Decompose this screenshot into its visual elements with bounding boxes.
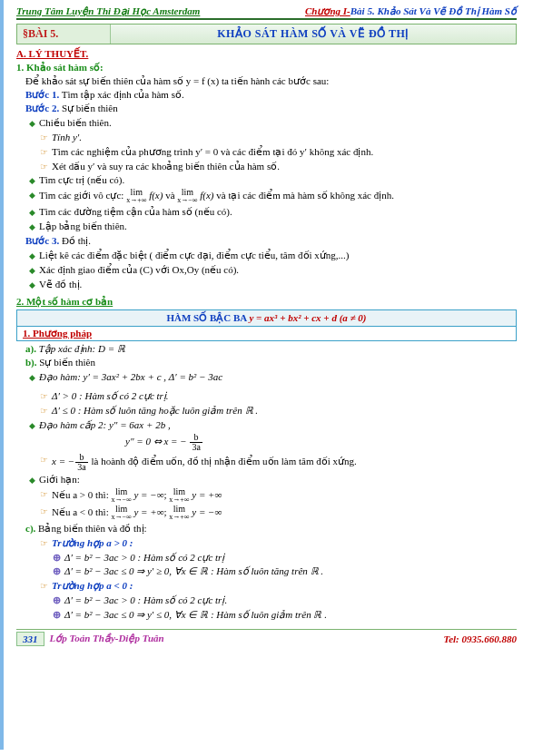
footer-mid: Lớp Toán Thầy-Diệp Tuân <box>50 633 444 644</box>
bullet-derivative2: ◆Đạo hàm cấp 2: y″ = 6ax + 2b , <box>29 418 517 432</box>
second-deriv-eq: y″ = 0 ⇔ x = − b3a <box>125 433 517 452</box>
header-left: Trung Tâm Luyện Thi Đại Học Amsterdam <box>16 5 200 17</box>
lesson-tag: §BÀI 5. <box>17 25 111 44</box>
case-a-neg: ☞Trường hợp a < 0 : <box>40 579 517 593</box>
header-right: Chương I-Bài 5. Khảo Sát Và Vẽ Đồ Thị Hà… <box>305 5 517 17</box>
step-2: Bước 2. Sự biến thiên <box>25 103 517 114</box>
case-line: ⊕Δ′ = b² − 3ac > 0 : Hàm số có 2 cực trị <box>53 551 517 565</box>
case-line: ⊕Δ′ = b² − 3ac > 0 : Hàm số có 2 cực trị… <box>53 594 517 607</box>
bullet: ◆Lập bảng biến thiên. <box>29 220 517 233</box>
sub-bullet: ☞Δ′ > 0 : Hàm số có 2 cực trị. <box>40 389 517 403</box>
bullet: ◆Vẽ đồ thị. <box>29 278 517 291</box>
item-c: c). Bảng biến thiên và đồ thị: <box>25 523 517 535</box>
cubic-heading-box: HÀM SỐ BẬC BA y = ax³ + bx² + cx + d (a … <box>16 309 517 327</box>
item-a: a). Tập xác định: D = ℝ <box>25 343 517 355</box>
bullet-limits: ◆ Tìm các giới vô cực: limx→+∞ f(x) và l… <box>29 188 517 204</box>
bullet: ◆Liệt kê các điểm đặc biệt ( điểm cực đạ… <box>29 249 517 262</box>
intro-text: Để khảo sát sự biến thiên của hàm số y =… <box>25 75 517 87</box>
section-1-title: 1. Khảo sát hàm số: <box>16 62 517 74</box>
item-b: b). Sự biến thiên <box>25 357 517 368</box>
sub-bullet: ☞Tính y′. <box>40 131 517 144</box>
case-line: ⊕Δ′ = b² − 3ac ≤ 0 ⇒ y′ ≤ 0, ∀x ∈ ℝ : Hà… <box>53 608 517 622</box>
bullet-limits-head: ◆Giới hạn: <box>29 473 517 486</box>
sub-bullet: ☞Tìm các nghiệm của phương trình y′ = 0 … <box>40 145 517 159</box>
sub-bullet: ☞Xét dấu y′ và suy ra các khoảng biến th… <box>40 160 517 173</box>
limit-case-pos: ☞ Nếu a > 0 thì: limx→−∞ y = −∞; limx→+∞… <box>40 487 517 504</box>
step-1: Bước 1. Tìm tập xác định của hàm số. <box>25 89 517 101</box>
bullet: ◆Xác định giao điểm của (C) với Ox,Oy (n… <box>29 263 517 277</box>
section-a-heading: A. LÝ THUYẾT. <box>16 48 517 60</box>
page-number: 331 <box>16 632 44 646</box>
page-footer: 331 Lớp Toán Thầy-Diệp Tuân Tel: 0935.66… <box>16 629 517 646</box>
bullet: ◆Chiều biến thiên. <box>29 116 517 130</box>
sub-bullet: ☞Δ′ ≤ 0 : Hàm số luôn tăng hoặc luôn giả… <box>40 404 517 417</box>
bullet: ◆Tìm cực trị (nếu có). <box>29 173 517 187</box>
step-3: Bước 3. Đồ thị. <box>25 235 517 247</box>
inflection-note: ☞ x = −b3a là hoành độ điểm uốn, đồ thị … <box>40 453 517 472</box>
method-bar: 1. Phương pháp <box>16 327 517 341</box>
bullet-derivative: ◆Đạo hàm: y′ = 3ax² + 2bx + c , Δ′ = b² … <box>29 370 517 384</box>
section-2-title: 2. Một số hàm cơ bản <box>16 296 517 308</box>
page-header: Trung Tâm Luyện Thi Đại Học Amsterdam Ch… <box>16 5 517 20</box>
case-a-pos: ☞Trường hợp a > 0 : <box>40 536 517 550</box>
limit-case-neg: ☞ Nếu a < 0 thì: limx→−∞ y = +∞; limx→+∞… <box>40 505 517 521</box>
footer-tel: Tel: 0935.660.880 <box>443 633 517 644</box>
lesson-title-bar: §BÀI 5. KHẢO SÁT HÀM SỐ VÀ VẼ ĐỒ THỊ <box>16 24 517 44</box>
case-line: ⊕Δ′ = b² − 3ac ≤ 0 ⇒ y′ ≥ 0, ∀x ∈ ℝ : Hà… <box>53 565 517 578</box>
lesson-title: KHẢO SÁT HÀM SỐ VÀ VẼ ĐỒ THỊ <box>111 25 516 44</box>
bullet: ◆Tìm các đường tiệm cận của hàm số (nếu … <box>29 205 517 219</box>
